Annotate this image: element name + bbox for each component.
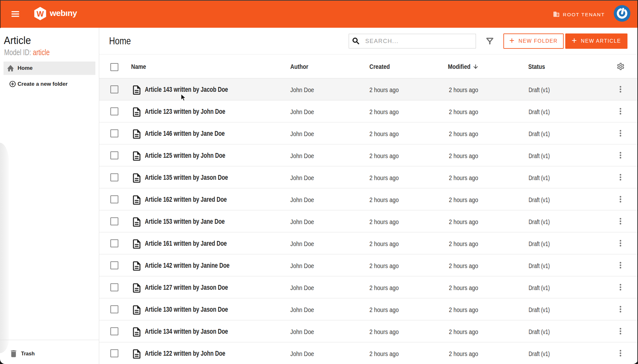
svg-text:W: W — [37, 10, 44, 18]
